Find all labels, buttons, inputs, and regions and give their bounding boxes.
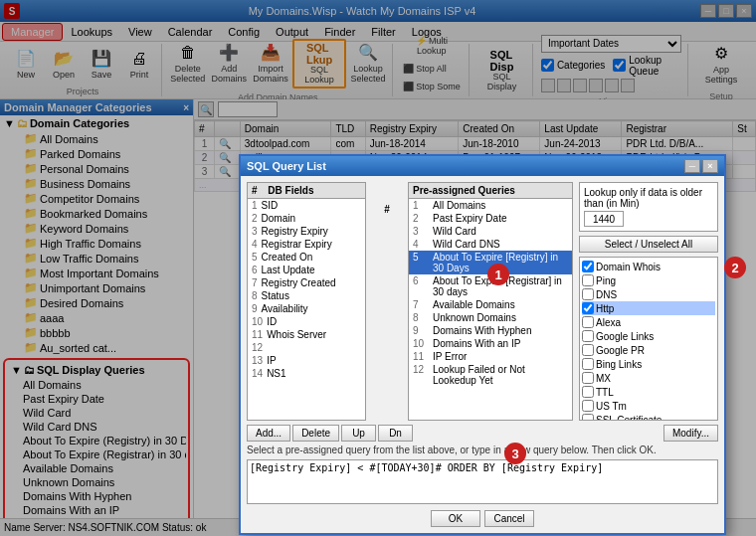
add-btn[interactable]: Add... <box>247 425 290 442</box>
modify-btn[interactable]: Modify... <box>663 425 718 442</box>
query-wild-card[interactable]: 3Wild Card <box>409 225 572 238</box>
sql-dialog-title-text: SQL Query List <box>247 160 326 172</box>
cb-alexa-input[interactable] <box>582 316 594 328</box>
db-field-created-on[interactable]: 5Created On <box>248 251 365 264</box>
cb-bing-links-input[interactable] <box>582 358 594 370</box>
cb-ping: Ping <box>582 273 715 287</box>
cb-us-tm: US Tm <box>582 399 715 413</box>
cb-google-pr: Google PR <box>582 343 715 357</box>
add-del-row: Add... Delete Up Dn <box>247 425 413 442</box>
cb-dns: DNS <box>582 287 715 301</box>
query-hyphen[interactable]: 9Domains With Hyphen <box>409 324 572 337</box>
db-field-registry-expiry[interactable]: 3Registry Expiry <box>248 225 365 238</box>
cb-mx: MX <box>582 371 715 385</box>
cb-ssl: SSL Certificate <box>582 413 715 421</box>
cb-ttl-input[interactable] <box>582 386 594 398</box>
cb-http-input[interactable] <box>582 302 594 314</box>
db-field-registrar-expiry[interactable]: 4Registrar Expiry <box>248 238 365 251</box>
query-wild-card-dns[interactable]: 4Wild Card DNS <box>409 238 572 251</box>
cb-domain-whois-input[interactable] <box>582 261 594 272</box>
db-field-ns1[interactable]: 14NS1 <box>248 367 365 380</box>
num-col-header: # <box>384 202 390 217</box>
query-unknown[interactable]: 8Unknown Domains <box>409 311 572 324</box>
cb-http: Http <box>582 301 715 315</box>
lookup-box: Lookup only if data is older than (in Mi… <box>579 182 718 232</box>
dialog-action-row: Add... Delete Up Dn Modify... <box>247 425 718 442</box>
db-field-availability[interactable]: 9Availability <box>248 302 365 315</box>
delete-btn[interactable]: Delete <box>292 425 339 442</box>
number-1-circle: 1 <box>487 264 509 285</box>
cb-us-tm-input[interactable] <box>582 400 594 412</box>
db-field-domain[interactable]: 2Domain <box>248 212 365 225</box>
query-all-domains[interactable]: 1All Domains <box>409 199 572 212</box>
ok-cancel-row: OK Cancel <box>247 510 718 527</box>
sql-dialog-title: SQL Query List ─ × <box>241 156 724 176</box>
select-unselect-all-btn[interactable]: Select / Unselect All <box>579 236 718 253</box>
lookup-value-input[interactable] <box>584 211 624 227</box>
cb-google-links-input[interactable] <box>582 330 594 342</box>
preassigned-header: Pre-assigned Queries <box>409 183 572 199</box>
cb-dns-input[interactable] <box>582 288 594 300</box>
dialog-minimize-btn[interactable]: ─ <box>684 159 700 173</box>
number-3-circle: 3 <box>504 443 526 464</box>
db-fields-col-name: DB Fields <box>268 185 313 196</box>
query-lookup-failed[interactable]: 12Lookup Failed or Not Lookedup Yet <box>409 363 572 387</box>
number-2-circle: 2 <box>724 257 746 278</box>
cb-ttl: TTL <box>582 385 715 399</box>
db-field-status[interactable]: 8Status <box>248 289 365 302</box>
db-field-12[interactable]: 12 <box>248 341 365 354</box>
hint-text: Select a pre-assigned query from the lis… <box>247 445 718 455</box>
db-fields-list: 1SID 2Domain 3Registry Expiry 4Registrar… <box>248 199 365 420</box>
query-available[interactable]: 7Available Domains <box>409 298 572 311</box>
ok-btn[interactable]: OK <box>431 510 480 527</box>
cb-alexa: Alexa <box>582 315 715 329</box>
modal-overlay: SQL Query List ─ × # DB Fields 1SID 2Dom… <box>0 0 756 536</box>
query-with-ip[interactable]: 10Domains With an IP <box>409 337 572 350</box>
cb-bing-links: Bing Links <box>582 357 715 371</box>
lookup-box-label: Lookup only if data is older than (in Mi… <box>584 187 713 209</box>
dn-btn[interactable]: Dn <box>378 425 413 442</box>
db-field-whois-server[interactable]: 11Whois Server <box>248 328 365 341</box>
db-field-last-update[interactable]: 6Last Update <box>248 264 365 276</box>
up-btn[interactable]: Up <box>341 425 376 442</box>
dialog-top-area: # DB Fields 1SID 2Domain 3Registry Expir… <box>247 182 718 421</box>
cb-ping-input[interactable] <box>582 274 594 286</box>
middle-column: # <box>372 182 402 421</box>
sql-dialog-body: # DB Fields 1SID 2Domain 3Registry Expir… <box>241 176 724 533</box>
query-input-row: [Registry Expiry] < #[TODAY+30]# ORDER B… <box>247 459 718 504</box>
db-fields-panel: # DB Fields 1SID 2Domain 3Registry Expir… <box>247 182 366 421</box>
query-past-expiry[interactable]: 2Past Expiry Date <box>409 212 572 225</box>
db-field-id[interactable]: 10ID <box>248 315 365 328</box>
db-fields-col-num: # <box>252 185 258 196</box>
query-textarea[interactable]: [Registry Expiry] < #[TODAY+30]# ORDER B… <box>247 459 718 504</box>
db-field-sid[interactable]: 1SID <box>248 199 365 212</box>
query-ip-error[interactable]: 11IP Error <box>409 350 572 363</box>
cb-google-pr-input[interactable] <box>582 344 594 356</box>
preassigned-list: 1All Domains 2Past Expiry Date 3Wild Car… <box>409 199 572 420</box>
cb-mx-input[interactable] <box>582 372 594 384</box>
sql-dialog: SQL Query List ─ × # DB Fields 1SID 2Dom… <box>239 154 726 535</box>
preassigned-panel: Pre-assigned Queries 1All Domains 2Past … <box>408 182 573 421</box>
dialog-close-btn[interactable]: × <box>702 159 718 173</box>
cb-domain-whois: Domain Whois <box>582 260 715 273</box>
cb-ssl-input[interactable] <box>582 414 594 421</box>
cb-google-links: Google Links <box>582 329 715 343</box>
db-field-ip[interactable]: 13IP <box>248 354 365 367</box>
db-field-registry-created[interactable]: 7Registry Created <box>248 276 365 289</box>
checkbox-list: Domain Whois Ping DNS Http Alexa Google … <box>579 257 718 421</box>
cancel-btn[interactable]: Cancel <box>484 510 534 527</box>
db-fields-header: # DB Fields <box>248 183 365 199</box>
right-panel: Lookup only if data is older than (in Mi… <box>579 182 718 421</box>
